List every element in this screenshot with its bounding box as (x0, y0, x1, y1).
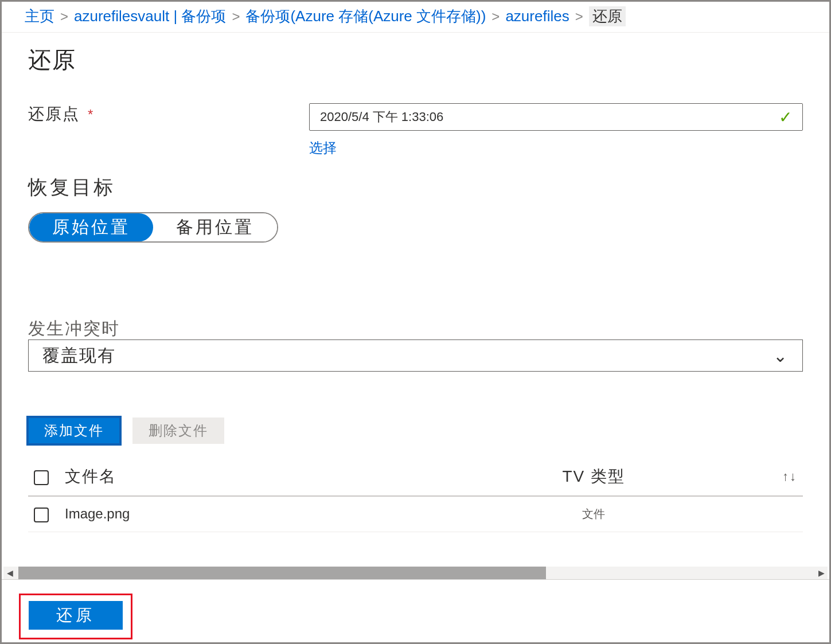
conflict-label: 发生冲突时 (28, 317, 803, 341)
restore-button[interactable]: 还原 (29, 601, 123, 630)
checkmark-icon: ✓ (779, 108, 792, 127)
delete-file-button: 删除文件 (132, 417, 224, 444)
horizontal-scrollbar[interactable]: ◀ ▶ (3, 567, 828, 579)
cell-type: 文件 (419, 496, 768, 532)
chevron-right-icon: > (491, 9, 500, 25)
cell-filename: Image.png (59, 496, 419, 532)
chevron-down-icon: ⌄ (773, 346, 789, 366)
scroll-left-icon[interactable]: ◀ (3, 567, 16, 579)
scroll-right-icon[interactable]: ▶ (815, 567, 828, 579)
files-table: 文件名 TV 类型 ↑↓ Image.png 文件 (28, 458, 803, 532)
breadcrumb-current: 还原 (589, 6, 626, 26)
row-checkbox[interactable] (34, 508, 49, 522)
scrollbar-thumb[interactable] (18, 567, 546, 579)
chevron-right-icon: > (575, 9, 583, 25)
restore-point-value: 2020/5/4 下午 1:33:06 (320, 108, 443, 126)
location-toggle: 原始位置 备用位置 (28, 212, 278, 243)
add-file-button[interactable]: 添加文件 (28, 417, 120, 444)
breadcrumb-vault[interactable]: azurefilesvault | 备份项 (74, 6, 226, 26)
footer: 还原 (2, 579, 829, 642)
conflict-value: 覆盖现有 (42, 344, 116, 368)
breadcrumb-resource[interactable]: azurefiles (505, 7, 569, 25)
chevron-right-icon: > (232, 9, 240, 25)
sort-icon[interactable]: ↑↓ (782, 469, 797, 484)
restore-highlight-box: 还原 (19, 594, 132, 639)
recovery-target-title: 恢复目标 (28, 174, 803, 201)
select-restore-point-link[interactable]: 选择 (309, 139, 337, 157)
chevron-right-icon: > (60, 9, 68, 25)
column-type[interactable]: TV 类型 (419, 458, 768, 496)
column-filename[interactable]: 文件名 (59, 458, 419, 496)
table-row[interactable]: Image.png 文件 (28, 496, 803, 532)
breadcrumb-backup-items[interactable]: 备份项(Azure 存储(Azure 文件存储)) (245, 6, 486, 26)
restore-point-input[interactable]: 2020/5/4 下午 1:33:06 ✓ (309, 103, 803, 131)
original-location-option[interactable]: 原始位置 (29, 213, 153, 241)
conflict-select[interactable]: 覆盖现有 ⌄ (28, 339, 803, 372)
breadcrumb: 主页 > azurefilesvault | 备份项 > 备份项(Azure 存… (2, 2, 829, 33)
select-all-checkbox[interactable] (34, 470, 49, 485)
alternate-location-option[interactable]: 备用位置 (153, 213, 277, 241)
restore-point-label: 还原点* (28, 103, 309, 125)
required-asterisk: * (88, 107, 94, 122)
breadcrumb-home[interactable]: 主页 (25, 6, 54, 26)
page-title: 还原 (28, 44, 803, 76)
